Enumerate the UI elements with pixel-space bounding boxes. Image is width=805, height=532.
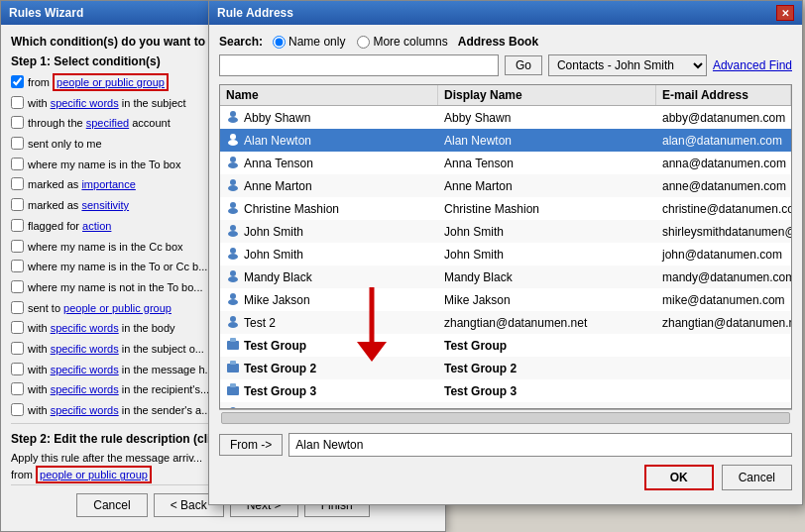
condition-link[interactable]: specified: [86, 117, 129, 129]
go-button[interactable]: Go: [505, 55, 542, 75]
condition-checkbox[interactable]: [11, 403, 24, 416]
condition-link[interactable]: specific words: [51, 364, 119, 375]
svg-rect-21: [230, 338, 236, 342]
table-header: Name Display Name E-mail Address: [220, 85, 791, 106]
condition-link[interactable]: specific words: [51, 322, 119, 334]
table-row[interactable]: Mike JaksonMike Jaksonmike@datanumen.com: [220, 288, 791, 311]
contact-display-name-cell: Test Group 2: [438, 357, 656, 379]
contact-name-cell: Vivian Henson: [220, 402, 438, 408]
table-row[interactable]: John SmithJohn Smithshirleysmithdatanume…: [220, 220, 791, 243]
contact-name: John Smith: [244, 248, 303, 262]
table-row[interactable]: Christine MashionChristine Mashionchrist…: [220, 197, 791, 220]
table-row[interactable]: Mandy BlackMandy Blackmandy@datanumen.co…: [220, 266, 791, 288]
contact-name: Mandy Black: [244, 270, 312, 284]
contact-display-name-cell: Anna Tenson: [438, 152, 656, 174]
name-only-radio[interactable]: Name only: [273, 35, 345, 49]
svg-point-10: [230, 225, 236, 231]
contact-email: mandy@datanumen.com: [662, 270, 791, 284]
contact-email-cell: abby@datanumen.com: [656, 106, 791, 129]
table-row[interactable]: Abby ShawnAbby Shawnabby@datanumen.com: [220, 106, 791, 129]
condition-checkbox[interactable]: [11, 177, 24, 190]
table-body: Abby ShawnAbby Shawnabby@datanumen.comAl…: [220, 106, 791, 408]
table-row[interactable]: Test 2zhangtian@datanumen.netzhangtian@d…: [220, 311, 791, 334]
table-row[interactable]: Alan NewtonAlan Newtonalan@datanumen.com: [220, 129, 791, 152]
condition-checkbox[interactable]: [11, 301, 24, 314]
condition-link[interactable]: people or public group: [53, 73, 169, 91]
condition-checkbox[interactable]: [11, 137, 24, 150]
dialog-close-button[interactable]: ✕: [776, 5, 794, 21]
person-icon: [226, 132, 240, 149]
more-columns-radio[interactable]: More columns: [357, 35, 447, 49]
condition-checkbox[interactable]: [11, 240, 24, 253]
svg-point-15: [228, 276, 238, 282]
contact-display-name-cell: Test Group 3: [438, 379, 656, 402]
contact-name: Anna Tenson: [244, 157, 313, 170]
contact-display-name: Vivian Henson: [444, 407, 520, 409]
contact-display-name-cell: Anne Marton: [438, 174, 656, 197]
condition-link[interactable]: action: [82, 220, 111, 232]
contact-name-cell: Mike Jakson: [220, 288, 438, 311]
contact-name: Christine Mashion: [244, 202, 339, 216]
svg-point-3: [228, 140, 238, 146]
horizontal-scrollbar[interactable]: [221, 412, 790, 424]
person-icon: [226, 246, 240, 263]
contact-display-name-cell: zhangtian@datanumen.net: [438, 311, 656, 334]
contact-name: Test Group: [244, 339, 306, 353]
svg-point-0: [230, 111, 236, 117]
condition-checkbox[interactable]: [11, 75, 24, 88]
condition-checkbox[interactable]: [11, 96, 24, 109]
contact-email: zhangtian@datanumen.net: [662, 316, 791, 330]
table-row[interactable]: Anna TensonAnna Tensonanna@datanumen.com: [220, 152, 791, 174]
contact-display-name: Alan Newton: [444, 134, 512, 148]
svg-rect-25: [230, 383, 236, 387]
condition-checkbox[interactable]: [11, 116, 24, 129]
condition-checkbox[interactable]: [11, 260, 24, 272]
table-row[interactable]: Test Group 3Test Group 3: [220, 379, 791, 402]
contact-name-cell: Test 2: [220, 311, 438, 334]
svg-rect-22: [227, 364, 239, 372]
group-icon: [226, 337, 240, 354]
condition-checkbox[interactable]: [11, 342, 24, 355]
condition-link[interactable]: specific words: [51, 383, 119, 395]
advanced-find-link[interactable]: Advanced Find: [713, 58, 792, 72]
cancel-button[interactable]: Cancel: [722, 465, 792, 490]
condition-checkbox[interactable]: [11, 198, 24, 211]
from-row: From -> Alan Newton: [219, 433, 792, 457]
condition-link[interactable]: sensitivity: [81, 199, 129, 211]
table-row[interactable]: Test GroupTest Group: [220, 334, 791, 357]
condition-checkbox[interactable]: [11, 158, 24, 170]
condition-checkbox[interactable]: [11, 382, 24, 395]
svg-point-11: [228, 231, 238, 237]
condition-link[interactable]: importance: [81, 178, 135, 190]
condition-checkbox[interactable]: [11, 219, 24, 232]
condition-link[interactable]: specific words: [51, 343, 119, 355]
ok-button[interactable]: OK: [644, 465, 714, 490]
contact-email-cell: [656, 357, 791, 379]
condition-link[interactable]: specific words: [51, 404, 119, 416]
header-name: Name: [220, 85, 438, 105]
table-row[interactable]: John SmithJohn Smithjohn@datanumen.com: [220, 243, 791, 266]
search-input[interactable]: [219, 54, 499, 76]
condition-link[interactable]: specific words: [51, 97, 119, 109]
contact-email-cell: shirleysmithdatanumen@outlook.c: [656, 220, 791, 243]
from-button[interactable]: From ->: [219, 434, 283, 456]
step-two-link[interactable]: people or public group: [36, 466, 152, 483]
step-two-desc-pre: from: [11, 469, 36, 480]
contact-name: Test 2: [244, 316, 276, 330]
svg-point-4: [230, 157, 236, 162]
contact-name: Test Group 3: [244, 384, 316, 398]
table-row[interactable]: Anne MartonAnne Martonanne@datanumen.com: [220, 174, 791, 197]
table-row[interactable]: Vivian HensonVivian Hensonvivian@datanum…: [220, 402, 791, 408]
contact-email-cell: anne@datanumen.com: [656, 174, 791, 197]
condition-checkbox[interactable]: [11, 280, 24, 293]
cancel-button[interactable]: Cancel: [76, 493, 147, 517]
condition-link[interactable]: people or public group: [63, 302, 172, 314]
svg-point-8: [230, 202, 236, 208]
condition-checkbox[interactable]: [11, 363, 24, 375]
table-row[interactable]: Test Group 2Test Group 2: [220, 357, 791, 379]
contact-email: vivian@datanumen.com: [662, 407, 790, 409]
condition-checkbox[interactable]: [11, 321, 24, 334]
contact-display-name-cell: Christine Mashion: [438, 197, 656, 220]
svg-point-5: [228, 162, 238, 168]
address-book-select[interactable]: Contacts - John Smith: [548, 54, 707, 76]
